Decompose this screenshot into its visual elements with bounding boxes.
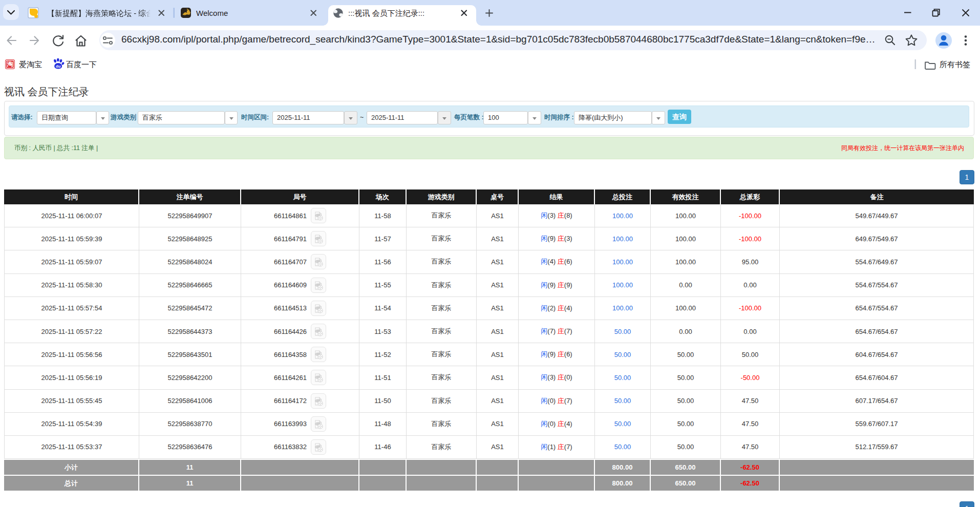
svg-text:du: du [56,64,61,69]
